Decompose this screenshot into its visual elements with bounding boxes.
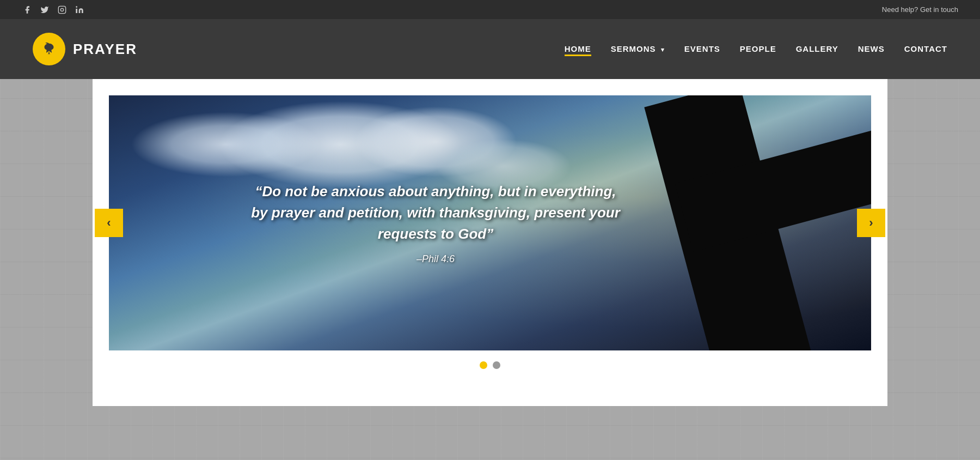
help-text: Need help? Get in touch — [882, 5, 958, 14]
sermons-dropdown-arrow: ▾ — [661, 46, 665, 53]
svg-point-4 — [50, 45, 51, 47]
slide-quote: “Do not be anxious about anything, but i… — [250, 181, 621, 245]
slider-next-button[interactable]: › — [857, 209, 885, 237]
linkedin-icon[interactable] — [74, 4, 85, 15]
main-header: PRAYER HOME SERMONS ▾ EVENTS PEOPLE GALL… — [0, 19, 980, 79]
nav-item-people[interactable]: PEOPLE — [740, 44, 776, 54]
top-bar: Need help? Get in touch — [0, 0, 980, 19]
content-area: “Do not be anxious about anything, but i… — [93, 79, 887, 406]
nav-item-gallery[interactable]: GALLERY — [796, 44, 838, 54]
nav-link-news[interactable]: NEWS — [858, 44, 885, 57]
cross-silhouette — [599, 95, 871, 350]
twitter-icon[interactable] — [39, 4, 50, 15]
nav-item-events[interactable]: EVENTS — [684, 44, 720, 54]
nav-item-contact[interactable]: CONTACT — [904, 44, 947, 54]
nav-link-sermons[interactable]: SERMONS ▾ — [611, 44, 665, 57]
nav-link-events[interactable]: EVENTS — [684, 44, 720, 57]
slider-wrapper: “Do not be anxious about anything, but i… — [109, 95, 871, 350]
nav-item-home[interactable]: HOME — [565, 44, 591, 54]
svg-point-3 — [76, 6, 77, 8]
slider-container: “Do not be anxious about anything, but i… — [109, 95, 871, 350]
nav-link-gallery[interactable]: GALLERY — [796, 44, 838, 57]
nav-item-news[interactable]: NEWS — [858, 44, 885, 54]
slide-1: “Do not be anxious about anything, but i… — [109, 95, 871, 350]
slider-dot-2[interactable] — [493, 361, 500, 369]
logo-area[interactable]: PRAYER — [33, 33, 137, 65]
facebook-icon[interactable] — [22, 4, 33, 15]
social-icons-group — [22, 4, 85, 15]
svg-point-2 — [64, 8, 64, 8]
slider-dot-1[interactable] — [480, 361, 487, 369]
svg-point-1 — [60, 8, 63, 11]
nav-link-people[interactable]: PEOPLE — [740, 44, 776, 57]
prev-arrow-icon: ‹ — [107, 216, 111, 230]
logo-text: PRAYER — [73, 41, 137, 58]
main-nav: HOME SERMONS ▾ EVENTS PEOPLE GALLERY NEW… — [565, 44, 947, 54]
nav-link-contact[interactable]: CONTACT — [904, 44, 947, 57]
slider-dots — [109, 361, 871, 369]
slider-prev-button[interactable]: ‹ — [95, 209, 123, 237]
instagram-icon[interactable] — [57, 4, 68, 15]
slide-reference: –Phil 4:6 — [250, 253, 621, 265]
nav-link-home[interactable]: HOME — [565, 44, 591, 57]
nav-item-sermons[interactable]: SERMONS ▾ — [611, 44, 665, 54]
slide-content: “Do not be anxious about anything, but i… — [240, 170, 632, 276]
next-arrow-icon: › — [869, 216, 873, 230]
svg-rect-0 — [58, 6, 65, 13]
logo-circle — [33, 33, 65, 65]
